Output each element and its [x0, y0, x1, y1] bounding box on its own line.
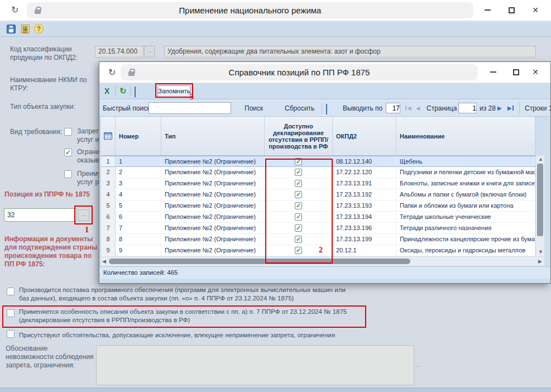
table-horizontal-scrollbar[interactable]: ◀ ▶ [101, 257, 544, 266]
export-excel-icon[interactable]: X [104, 87, 109, 95]
declaration-checkbox[interactable]: ✓ [295, 236, 302, 243]
row-declarable-cell[interactable]: ✓ [265, 178, 333, 189]
modal-minimize-button[interactable] [486, 66, 500, 78]
help-icon[interactable]: ? [34, 24, 44, 34]
row-index: 6 [101, 212, 116, 222]
requirement-preference-checkbox[interactable] [64, 170, 72, 178]
last-page-button[interactable]: ▶ [507, 105, 514, 111]
row-type: Приложение №2 (Ограничение) [161, 189, 265, 200]
row-index: 4 [101, 189, 116, 200]
reload-icon[interactable]: ↻ [119, 86, 127, 96]
prev-page-button[interactable]: ◀ [416, 105, 420, 111]
description-feature-checkbox[interactable] [7, 309, 15, 317]
row-okpd2: 17.23.13.192 [333, 189, 396, 200]
first-page-button[interactable]: ◀ [405, 105, 411, 111]
declaration-checkbox[interactable]: ✓ [295, 180, 302, 187]
header-okpd2[interactable]: ОКПД2 [333, 117, 396, 155]
scroll-up-icon[interactable]: ▲ [538, 156, 543, 162]
header-name[interactable]: Наименование [396, 117, 535, 155]
row-okpd2: 20.12.1 [333, 245, 396, 256]
row-declarable-cell[interactable]: ✓ [265, 156, 333, 166]
row-declarable-cell[interactable]: ✓ [265, 189, 333, 200]
position-lookup-button[interactable]: ... [78, 209, 89, 221]
table-row[interactable]: 9 9 Приложение №2 (Ограничение) ✓ 20.12.… [101, 245, 535, 256]
table-row[interactable]: 5 5 Приложение №2 (Ограничение) ✓ 17.23.… [101, 200, 535, 212]
table-row[interactable]: 8 8 Приложение №2 (Ограничение) ✓ 17.23.… [101, 234, 535, 245]
declaration-checkbox[interactable]: ✓ [295, 191, 302, 198]
table-row[interactable]: 2 2 Приложение №2 (Ограничение) ✓ 17.22.… [101, 167, 535, 178]
horizontal-scroll-thumb[interactable] [109, 259, 410, 264]
okpd2-lookup-button[interactable]: ... [144, 46, 155, 58]
okpd2-label: Код классификации продукции по ОКПД2: [10, 45, 94, 62]
close-button[interactable]: ✕ [528, 4, 543, 16]
table-row[interactable]: 6 6 Приложение №2 (Ограничение) ✓ 17.23.… [101, 212, 535, 223]
row-declarable-cell[interactable]: ✓ [265, 245, 333, 256]
requirement-ban-checkbox[interactable] [64, 128, 72, 136]
vertical-scroll-thumb[interactable] [537, 164, 543, 236]
modal-maximize-button[interactable] [509, 66, 523, 78]
page-number-input[interactable] [458, 103, 477, 113]
quick-search-input[interactable] [148, 102, 231, 114]
save-icon[interactable] [7, 25, 16, 34]
bottom-scroll-strip[interactable] [0, 388, 551, 392]
justification-textarea[interactable] [96, 345, 414, 385]
nkmi-label: Наименование НКМИ по КТРУ: [10, 76, 99, 93]
page-size-label: Выводить по [343, 104, 382, 112]
requirement-restriction-checkbox[interactable]: ✓ [64, 149, 72, 156]
remember-button[interactable]: Запомнить [157, 85, 190, 97]
scroll-left-icon[interactable]: ◀ [102, 259, 106, 264]
row-okpd2: 17.23.13.194 [333, 212, 396, 222]
modal-close-button[interactable]: ✕ [528, 66, 543, 78]
row-number: 1 [116, 156, 161, 166]
refresh-icon[interactable]: ↻ [11, 4, 18, 15]
row-declarable-cell[interactable]: ✓ [265, 167, 333, 178]
table-vertical-scrollbar[interactable]: ▲ ▼ [535, 156, 544, 256]
exit-icon[interactable] [21, 25, 30, 34]
select-all-header[interactable] [101, 117, 116, 155]
software-supply-checkbox[interactable] [7, 288, 15, 295]
object-type-label: Тип объекта закупки: [10, 103, 99, 111]
justification-lookup-button[interactable]: ... [416, 362, 420, 368]
table-row[interactable]: 3 3 Приложение №2 (Ограничение) ✓ 17.23.… [101, 178, 535, 189]
next-page-button[interactable]: ▶ [497, 105, 502, 111]
okpd2-name-field: Удобрения, содержащие два питательных эл… [164, 46, 536, 58]
modal-maximize-icon [513, 69, 519, 75]
row-number: 5 [116, 200, 161, 211]
row-declarable-cell[interactable]: ✓ [265, 223, 333, 233]
position-input[interactable] [4, 208, 76, 222]
reset-button[interactable]: Сбросить [285, 104, 314, 112]
circumstances-checkbox[interactable] [7, 330, 15, 338]
declaration-checkbox[interactable]: ✓ [295, 169, 302, 176]
row-name: Альбомы и папки с бумагой (включая блоки… [396, 189, 535, 200]
table-row[interactable]: 1 1 Приложение №2 (Ограничение) ✓ 08.12.… [101, 156, 535, 167]
declaration-checkbox[interactable]: ✓ [295, 224, 302, 232]
scroll-down-icon[interactable]: ▼ [538, 249, 543, 255]
scroll-right-icon[interactable]: ▶ [538, 259, 542, 264]
declaration-checkbox[interactable]: ✓ [295, 247, 302, 254]
minimize-button[interactable] [480, 4, 495, 16]
row-declarable-cell[interactable]: ✓ [265, 234, 333, 245]
application-window: ↻ Применение национального режима ✕ ? Ко… [0, 0, 551, 392]
okpd2-code-field[interactable]: 20.15.74.000 [95, 46, 143, 58]
page-size-input[interactable] [386, 103, 400, 113]
row-declarable-cell[interactable]: ✓ [265, 212, 333, 222]
description-feature-label: Применяется особенность описания объекта… [19, 308, 364, 324]
columns-settings-icon[interactable] [135, 87, 136, 97]
declaration-checkbox[interactable]: ✓ [295, 158, 302, 165]
maximize-button[interactable] [504, 4, 519, 16]
rows-range-label: Строки 1 [525, 104, 551, 112]
declaration-checkbox[interactable]: ✓ [295, 202, 302, 209]
declaration-checkbox[interactable]: ✓ [295, 213, 302, 221]
search-button[interactable]: Поиск [245, 104, 263, 112]
header-number[interactable]: Номер [116, 117, 161, 155]
table-row[interactable]: 7 7 Приложение №2 (Ограничение) ✓ 17.23.… [101, 223, 535, 234]
page-settings-icon[interactable] [326, 104, 327, 114]
modal-refresh-icon[interactable]: ↻ [108, 67, 116, 78]
main-window-title: Применение национального режима [179, 6, 322, 15]
row-declarable-cell[interactable]: ✓ [265, 200, 333, 211]
row-index: 5 [101, 200, 116, 211]
table-row[interactable]: 4 4 Приложение №2 (Ограничение) ✓ 17.23.… [101, 189, 535, 200]
row-okpd2: 17.23.13.196 [333, 223, 396, 233]
header-type[interactable]: Тип [161, 117, 265, 155]
header-declarable[interactable]: Доступно декларирование отсутствия в РРП… [265, 117, 333, 155]
